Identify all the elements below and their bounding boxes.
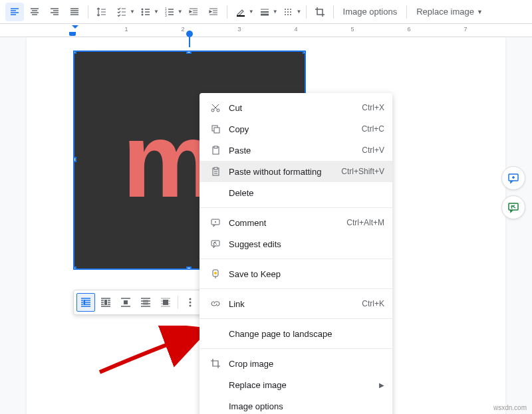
watermark: wsxdn.com xyxy=(493,404,527,411)
ctx-suggest-edits[interactable]: Suggest edits xyxy=(200,233,392,255)
align-center-button[interactable] xyxy=(25,3,44,21)
resize-handle-tr[interactable] xyxy=(303,51,306,54)
svg-point-26 xyxy=(214,272,217,274)
bulleted-list-button[interactable]: ▼ xyxy=(136,3,159,21)
resize-handle-tl[interactable] xyxy=(73,51,76,54)
ctx-label: Image options xyxy=(223,401,384,411)
ctx-landscape[interactable]: Change page to landscape xyxy=(200,323,392,344)
ctx-comment[interactable]: CommentCtrl+Alt+M xyxy=(200,212,392,233)
rotation-handle[interactable] xyxy=(186,31,193,37)
ctx-shortcut: Ctrl+X xyxy=(362,103,384,112)
crop-button[interactable] xyxy=(311,3,329,21)
image-options-button[interactable]: Image options xyxy=(338,3,403,21)
svg-rect-6 xyxy=(237,15,245,17)
ruler-number: 1 xyxy=(124,26,128,33)
ctx-label: Copy xyxy=(223,124,362,134)
ctx-label: Comment xyxy=(223,218,346,228)
ctx-save-to-keep[interactable]: Save to Keep xyxy=(200,263,392,284)
ctx-shortcut: Ctrl+C xyxy=(362,124,384,134)
ctx-delete[interactable]: Delete xyxy=(200,182,392,203)
svg-rect-20 xyxy=(214,146,217,148)
ctx-label: Paste xyxy=(223,146,362,155)
border-weight-button[interactable]: ▼ xyxy=(255,3,278,21)
ctx-copy[interactable]: CopyCtrl+C xyxy=(200,118,392,140)
context-menu: CutCtrl+X CopyCtrl+C PasteCtrl+V Paste w… xyxy=(200,93,392,414)
line-spacing-button[interactable] xyxy=(92,3,111,21)
separator xyxy=(333,5,334,19)
separator xyxy=(178,296,178,309)
ctx-paste[interactable]: PasteCtrl+V xyxy=(200,140,392,161)
separator xyxy=(227,5,227,19)
ctx-replace-image[interactable]: Replace image▶ xyxy=(200,374,392,395)
annotation-arrow xyxy=(93,326,213,379)
resize-handle-bm[interactable] xyxy=(186,266,192,270)
separator xyxy=(200,259,392,259)
ctx-shortcut: Ctrl+Shift+V xyxy=(341,167,384,176)
side-buttons xyxy=(501,166,525,219)
border-dash-button[interactable]: ▼ xyxy=(279,3,302,21)
ctx-cut[interactable]: CutCtrl+X xyxy=(200,97,392,118)
indent-marker-left[interactable] xyxy=(69,32,76,36)
paste-plain-icon xyxy=(207,166,223,177)
checklist-button[interactable]: ▼ xyxy=(112,3,135,21)
indent-decrease-button[interactable] xyxy=(184,3,203,21)
separator xyxy=(200,288,392,289)
add-comment-button[interactable] xyxy=(501,166,525,190)
ctx-shortcut: Ctrl+Alt+M xyxy=(346,218,384,227)
replace-image-button[interactable]: Replace image▼ xyxy=(411,3,488,21)
separator xyxy=(200,348,392,349)
keep-icon xyxy=(207,268,223,279)
separator xyxy=(88,5,88,19)
numbered-list-button[interactable]: 123▼ xyxy=(160,3,183,21)
svg-text:3: 3 xyxy=(165,13,167,17)
wrap-break-button[interactable] xyxy=(116,293,135,312)
ctx-crop-image[interactable]: Crop image xyxy=(200,353,392,374)
resize-handle-bl[interactable] xyxy=(73,266,76,270)
separator xyxy=(200,318,392,319)
ruler-number: 3 xyxy=(237,26,241,33)
ruler-number: 2 xyxy=(181,26,184,33)
svg-point-14 xyxy=(190,305,192,307)
wrap-inline-button[interactable] xyxy=(76,293,95,312)
wrap-text-button[interactable] xyxy=(96,293,115,312)
svg-point-0 xyxy=(141,8,143,10)
image-wrap-toolbar xyxy=(73,290,203,315)
align-right-button[interactable] xyxy=(45,3,64,21)
wrap-more-button[interactable] xyxy=(181,293,200,312)
border-color-button[interactable]: ▼ xyxy=(231,3,254,21)
ctx-shortcut: Ctrl+V xyxy=(362,146,384,155)
ctx-label: Suggest edits xyxy=(223,239,384,249)
comment-icon xyxy=(207,217,223,228)
svg-rect-11 xyxy=(163,300,168,305)
indent-marker-first[interactable] xyxy=(72,25,78,32)
resize-handle-ml[interactable] xyxy=(73,157,76,162)
svg-rect-9 xyxy=(124,300,128,304)
separator xyxy=(406,5,407,19)
svg-rect-10 xyxy=(143,300,148,305)
separator xyxy=(306,5,307,19)
ctx-paste-without-formatting[interactable]: Paste without formattingCtrl+Shift+V xyxy=(200,161,392,182)
ruler-number: 5 xyxy=(350,26,354,33)
ruler-number: 6 xyxy=(407,26,410,33)
ctx-shortcut: Ctrl+K xyxy=(362,299,384,308)
ctx-image-options[interactable]: Image options xyxy=(200,395,392,414)
ctx-label: Change page to landscape xyxy=(223,329,384,339)
svg-rect-7 xyxy=(84,300,86,305)
resize-handle-tm[interactable] xyxy=(186,51,192,54)
suggesting-button[interactable] xyxy=(501,195,525,219)
svg-point-13 xyxy=(190,302,192,304)
toolbar: ▼ ▼ 123▼ ▼ ▼ ▼ Image options Replace ima… xyxy=(0,0,532,24)
link-icon xyxy=(207,298,223,309)
ctx-label: Save to Keep xyxy=(223,269,384,279)
crop-icon xyxy=(207,358,223,369)
ctx-label: Delete xyxy=(223,188,384,198)
svg-rect-8 xyxy=(104,300,107,305)
wrap-behind-button[interactable] xyxy=(136,293,155,312)
ctx-link[interactable]: LinkCtrl+K xyxy=(200,293,392,314)
ruler-number: 7 xyxy=(464,26,467,33)
align-left-button[interactable] xyxy=(5,3,24,21)
wrap-front-button[interactable] xyxy=(156,293,175,312)
ruler[interactable]: 1 2 3 4 5 6 7 xyxy=(0,24,532,37)
align-justify-button[interactable] xyxy=(65,3,84,21)
indent-increase-button[interactable] xyxy=(204,3,223,21)
